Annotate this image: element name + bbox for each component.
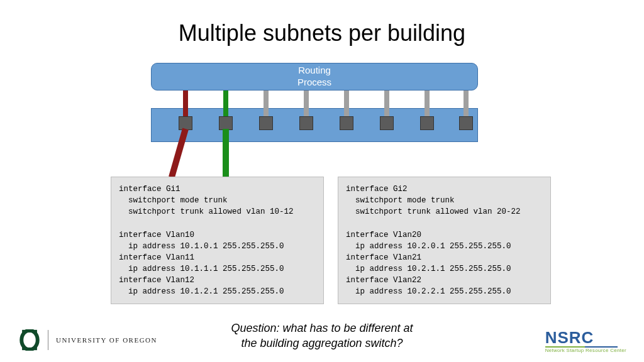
downlink-2 xyxy=(223,129,229,179)
uplink-3 xyxy=(264,90,269,116)
switch-port-1 xyxy=(179,116,192,130)
uplink-8 xyxy=(464,90,469,116)
uplink-4 xyxy=(304,90,309,116)
switch-port-8 xyxy=(459,116,473,130)
footer-divider xyxy=(48,330,48,350)
uplink-6 xyxy=(384,90,389,116)
uplink-7 xyxy=(425,90,430,116)
config-boxes: interface Gi1 switchport mode trunk swit… xyxy=(111,177,551,304)
footer-right: NSRC Network Startup Resource Center xyxy=(545,329,626,353)
routing-process-box: Routing Process xyxy=(151,63,478,90)
nsrc-subtext: Network Startup Resource Center xyxy=(545,348,626,353)
switch-port-3 xyxy=(259,116,273,130)
slide-title: Multiple subnets per building xyxy=(0,20,644,47)
uplink-1 xyxy=(183,90,188,116)
routing-process-label: Routing Process xyxy=(297,65,331,89)
config-left: interface Gi1 switchport mode trunk swit… xyxy=(111,177,324,304)
switch-port-7 xyxy=(420,116,434,130)
svg-rect-1 xyxy=(22,330,37,332)
nsrc-logo-text: NSRC xyxy=(545,329,626,346)
switch-port-6 xyxy=(380,116,394,130)
switch-port-4 xyxy=(299,116,313,130)
network-diagram: Routing Process xyxy=(151,63,478,170)
footer-left: UNIVERSITY OF OREGON xyxy=(19,329,157,351)
uo-text: UNIVERSITY OF OREGON xyxy=(56,336,157,344)
svg-point-0 xyxy=(21,331,38,350)
config-right: interface Gi2 switchport mode trunk swit… xyxy=(338,177,551,304)
uplink-5 xyxy=(344,90,349,116)
switch-port-5 xyxy=(340,116,353,130)
uo-logo-icon xyxy=(19,329,40,351)
svg-rect-2 xyxy=(22,348,37,350)
switch-port-2 xyxy=(219,116,233,130)
uplink-2 xyxy=(223,90,228,116)
